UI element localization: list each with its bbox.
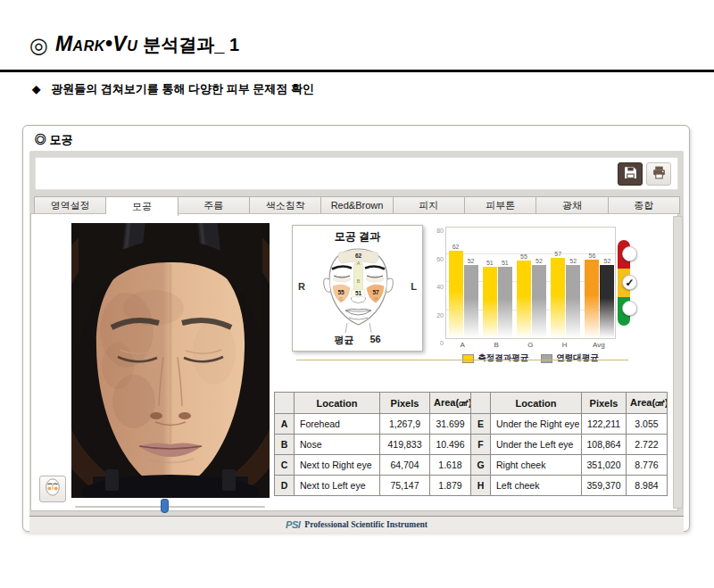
legend-label: 측정결과평균 — [477, 352, 528, 364]
vertical-scrollbar[interactable] — [673, 216, 683, 509]
image-zoom-slider-track[interactable] — [75, 506, 265, 508]
region-letter-cell: A — [275, 414, 295, 435]
table-header: LocationPixelsArea(㎠)LocationPixelsArea(… — [275, 393, 668, 414]
bar-G-measured — [517, 261, 531, 338]
table-cell: 1,267,9 — [380, 414, 430, 435]
tab-7[interactable]: 피부톤 — [465, 196, 536, 214]
bar-value-label: 57 — [551, 251, 565, 257]
diamond-bullet-icon: ◆ — [32, 83, 40, 95]
bar-Avg-age — [600, 265, 614, 338]
bar-A-age — [464, 265, 478, 338]
psi-logo: PSI — [286, 519, 300, 530]
table-cell: Under the Left eye — [491, 435, 582, 455]
brand-name: Mark•Vu — [55, 32, 137, 55]
y-tick-label: 40 — [436, 284, 444, 290]
legend-swatch — [462, 354, 474, 363]
x-tick-label: H — [548, 341, 582, 349]
image-zoom-slider-handle[interactable] — [161, 499, 169, 513]
tab-5[interactable]: Red&Brown — [321, 196, 393, 214]
bar-value-label: 55 — [517, 253, 531, 260]
table-row: BNose419,83310.496FUnder the Left eye108… — [275, 435, 668, 455]
region-letter-cell: C — [275, 455, 295, 476]
bar-A-measured — [449, 251, 463, 338]
tab-9[interactable]: 종합 — [609, 196, 680, 214]
severity-option-yellow[interactable]: ✓ — [622, 275, 637, 290]
table-cell: Nose — [295, 435, 380, 455]
save-button[interactable] — [618, 162, 643, 186]
diagram-nose-letter: B — [357, 278, 361, 284]
page-title-text: 분석결과_ 1 — [143, 35, 239, 54]
window-title: ◎ 모공 — [35, 132, 73, 148]
table-header-cell: Location — [295, 393, 380, 414]
region-letter-cell: G — [471, 455, 491, 476]
table-cell: 122,211 — [582, 414, 627, 435]
header-note: ◆광원들의 겹쳐보기를 통해 다양한 피부 문제점 확인 — [32, 81, 314, 97]
table-cell: 359,370 — [582, 476, 627, 496]
save-icon — [623, 165, 638, 184]
table-cell: 64,704 — [380, 455, 430, 476]
x-tick-label: G — [513, 341, 547, 349]
region-letter-cell: F — [471, 435, 491, 455]
table-cell: Left cheek — [491, 476, 582, 496]
y-tick-label: 60 — [436, 256, 444, 262]
bar-G-age — [532, 265, 546, 338]
bar-value-label: 52 — [464, 258, 478, 264]
tab-3[interactable]: 주름 — [178, 196, 250, 214]
table-header-cell: Pixels — [582, 393, 627, 414]
chart-plot: 62525151555257525652 — [445, 227, 616, 339]
diagram-forehead-letter: A — [357, 261, 361, 266]
diagram-left-cheek-letter: H — [374, 296, 378, 302]
face-region-icon — [43, 477, 62, 501]
x-tick-label: B — [479, 341, 513, 349]
tab-bar: 영역설정모공주름색소침착Red&Brown피지피부톤광채종합 — [34, 196, 680, 214]
bar-value-label: 56 — [585, 253, 599, 259]
tab-2[interactable]: 모공 — [106, 196, 178, 216]
diagram-right-cheek-letter: G — [339, 296, 343, 302]
bar-Avg-measured — [585, 260, 599, 338]
table-cell: 10.496 — [430, 435, 471, 455]
table-header-cell: Location — [491, 393, 582, 414]
table-cell: 351,020 — [582, 455, 627, 476]
diagram-nose-tip-value: 51 — [355, 290, 362, 296]
tab-1[interactable]: 영역설정 — [34, 196, 106, 214]
severity-option-green[interactable] — [622, 301, 637, 316]
tab-8[interactable]: 광채 — [536, 196, 608, 214]
table-corner-cell — [275, 393, 295, 414]
bar-value-label: 51 — [498, 260, 512, 266]
chart-x-axis: ABGHAvg — [445, 341, 616, 350]
table-cell: 1.879 — [430, 476, 471, 496]
bar-value-label: 51 — [483, 260, 497, 266]
legend-label: 연령대평균 — [556, 352, 599, 364]
y-tick-label: 20 — [436, 312, 444, 319]
toolbar — [35, 157, 678, 190]
legend-item: 측정결과평균 — [462, 352, 528, 364]
face-region-button[interactable] — [39, 476, 66, 502]
chart-y-axis: 020406080 — [428, 227, 444, 339]
x-tick-label: A — [445, 341, 479, 349]
tab-6[interactable]: 피지 — [394, 196, 465, 214]
header-note-text: 광원들의 겹쳐보기를 통해 다양한 피부 문제점 확인 — [51, 82, 314, 95]
table-cell: 108,864 — [582, 435, 627, 455]
region-letter-cell: H — [471, 476, 491, 496]
table-cell: 3.055 — [627, 414, 668, 435]
face-photo — [71, 223, 270, 498]
table-cell: 419,833 — [380, 435, 430, 455]
analysis-window: ◎ 모공 영역설정모공주름색소침착Red&Brown피지피부톤광채종합 — [22, 125, 690, 532]
table-header-cell: Area(㎠) — [627, 393, 668, 414]
bar-H-age — [566, 265, 580, 338]
legend-swatch — [541, 354, 552, 363]
bar-value-label: 52 — [532, 258, 546, 264]
diagram-face-map: 62 A B 51 55 G 57 H — [293, 242, 424, 333]
diagram-average-value: 56 — [369, 334, 380, 347]
chart-underline — [296, 360, 628, 360]
table-cell: Next to Left eye — [295, 476, 380, 496]
severity-option-red[interactable] — [622, 246, 637, 261]
tab-4[interactable]: 색소침착 — [250, 196, 321, 214]
table-cell: Forehead — [295, 414, 380, 435]
table-body: AForehead1,267,931.699EUnder the Right e… — [275, 414, 668, 496]
table-corner-cell — [471, 393, 491, 414]
tab-content: 모공 결과 R L — [30, 213, 678, 511]
table-header-cell: Area(㎠) — [430, 393, 471, 414]
footer-text: Professional Scientific Instrument — [304, 520, 428, 529]
print-button[interactable] — [646, 162, 671, 186]
